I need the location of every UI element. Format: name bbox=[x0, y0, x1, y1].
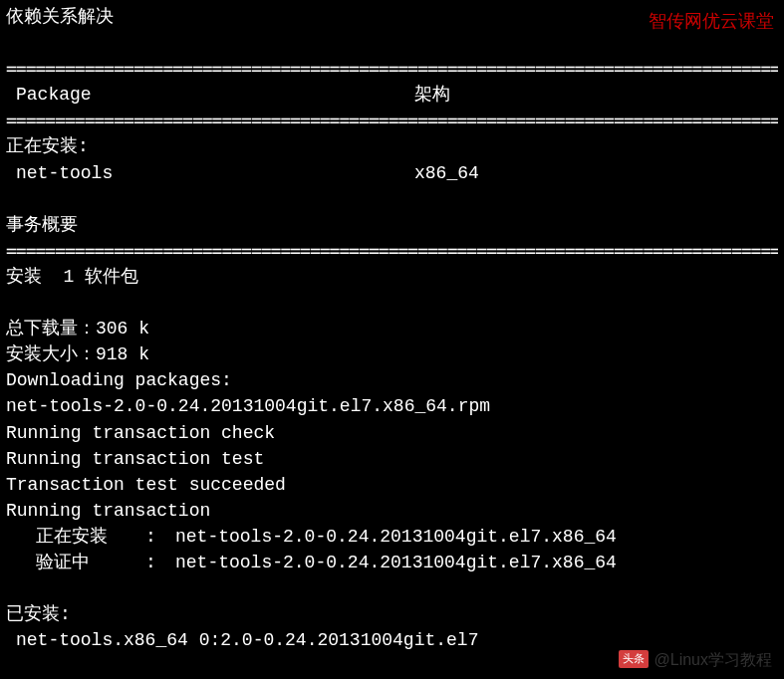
trans-verifying-label: 验证中 bbox=[6, 550, 145, 575]
col-header-arch: 架构 bbox=[414, 82, 778, 108]
trans-sep: : bbox=[145, 524, 175, 550]
rpm-file: net-tools-2.0-0.24.20131004git.el7.x86_6… bbox=[6, 393, 778, 419]
trans-sep: : bbox=[145, 550, 175, 575]
run-test: Running transaction test bbox=[6, 446, 778, 472]
trans-installing-row: 正在安装 : net-tools-2.0-0.24.20131004git.el… bbox=[6, 524, 778, 550]
run-check: Running transaction check bbox=[6, 420, 778, 446]
package-row: net-tools x86_64 bbox=[6, 160, 778, 186]
footer: 头条 @Linux学习教程 bbox=[619, 648, 773, 671]
col-header-package: Package bbox=[6, 82, 414, 108]
install-size: 安装大小：918 k bbox=[6, 341, 778, 367]
package-name: net-tools bbox=[6, 160, 414, 186]
trans-pkg: net-tools-2.0-0.24.20131004git.el7.x86_6… bbox=[175, 524, 778, 550]
watermark: 智传网优云课堂 bbox=[649, 8, 774, 34]
divider: ========================================… bbox=[6, 238, 778, 264]
trans-verifying-row: 验证中 : net-tools-2.0-0.24.20131004git.el7… bbox=[6, 550, 778, 575]
table-header: Package 架构 bbox=[6, 82, 778, 108]
divider: ========================================… bbox=[6, 108, 778, 133]
footer-badge: 头条 bbox=[619, 650, 649, 668]
installed-title: 已安装: bbox=[6, 601, 778, 627]
summary-title: 事务概要 bbox=[6, 212, 778, 238]
total-download: 总下载量：306 k bbox=[6, 316, 778, 341]
footer-text: @Linux学习教程 bbox=[654, 648, 773, 671]
downloading-line: Downloading packages: bbox=[6, 367, 778, 393]
trans-pkg: net-tools-2.0-0.24.20131004git.el7.x86_6… bbox=[175, 550, 778, 575]
divider: ========================================… bbox=[6, 56, 778, 82]
run-trans: Running transaction bbox=[6, 498, 778, 524]
package-arch: x86_64 bbox=[414, 160, 778, 186]
trans-installing-label: 正在安装 bbox=[6, 524, 145, 550]
test-succeeded: Transaction test succeeded bbox=[6, 472, 778, 498]
installing-label: 正在安装: bbox=[6, 133, 778, 159]
install-count: 安装 1 软件包 bbox=[6, 264, 778, 290]
